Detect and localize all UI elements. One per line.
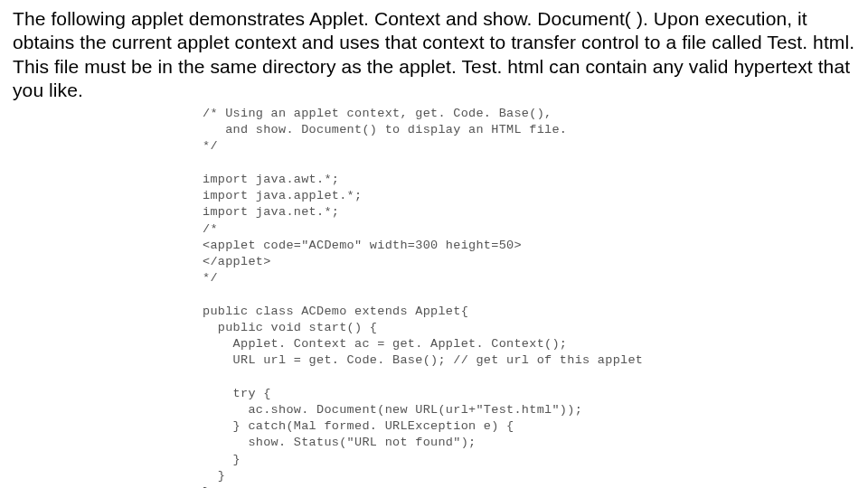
code-block: /* Using an applet context, get. Code. B… xyxy=(203,106,855,488)
intro-paragraph: The following applet demonstrates Applet… xyxy=(13,7,855,102)
code-block-wrap: /* Using an applet context, get. Code. B… xyxy=(203,106,855,488)
document-page: The following applet demonstrates Applet… xyxy=(0,0,868,488)
